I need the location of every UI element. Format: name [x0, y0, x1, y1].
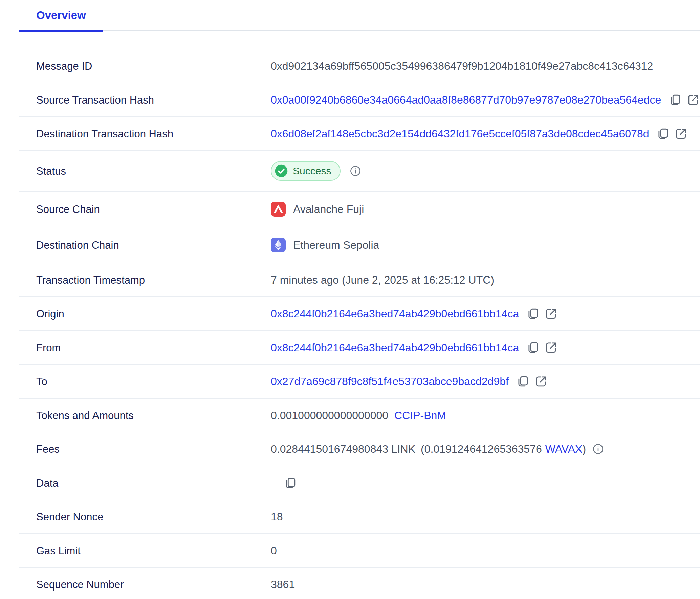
copy-icon[interactable]	[284, 476, 297, 489]
fee-amount-link: 0.028441501674980843 LINK	[271, 443, 415, 456]
info-icon[interactable]	[592, 443, 604, 455]
transaction-timestamp-value: 7 minutes ago (June 2, 2025 at 16:25:12 …	[271, 273, 700, 286]
row-label: Sequence Number	[19, 578, 271, 591]
sender-nonce-value: 18	[271, 510, 700, 523]
row-gas-limit: Gas Limit 0	[19, 534, 700, 568]
row-label: Source Chain	[19, 203, 271, 216]
avalanche-icon	[271, 202, 286, 217]
external-link-icon[interactable]	[545, 307, 557, 320]
row-status: Status Success	[19, 151, 700, 192]
row-from: From 0x8c244f0b2164e6a3bed74ab429b0ebd66…	[19, 331, 700, 365]
copy-icon[interactable]	[656, 127, 669, 140]
copy-icon[interactable]	[669, 93, 681, 106]
row-label: Destination Chain	[19, 239, 271, 251]
row-tokens-and-amounts: Tokens and Amounts 0.001000000000000000 …	[19, 399, 700, 432]
row-label: Origin	[19, 308, 271, 320]
row-origin: Origin 0x8c244f0b2164e6a3bed74ab429b0ebd…	[19, 297, 700, 331]
row-fees: Fees 0.028441501674980843 LINK (0.019124…	[19, 432, 700, 466]
tab-bar: Overview	[19, 0, 700, 31]
copy-icon[interactable]	[516, 375, 529, 388]
row-label: Transaction Timestamp	[19, 274, 271, 286]
row-label: Gas Limit	[19, 545, 271, 557]
source-chain-name: Avalanche Fuji	[293, 203, 364, 216]
row-source-chain: Source Chain Avalanche Fuji	[19, 192, 700, 227]
row-data: Data	[19, 466, 700, 500]
external-link-icon[interactable]	[675, 127, 687, 140]
origin-address-link[interactable]: 0x8c244f0b2164e6a3bed74ab429b0ebd661bb14…	[271, 307, 519, 320]
row-label: Data	[19, 477, 271, 489]
tab-overview[interactable]: Overview	[19, 9, 103, 32]
external-link-icon[interactable]	[687, 93, 700, 106]
row-label: Source Transaction Hash	[19, 94, 271, 106]
ethereum-icon	[271, 238, 286, 252]
destination-tx-hash-link[interactable]: 0x6d08ef2af148e5cbc3d2e154dd6432fd176e5c…	[271, 127, 649, 140]
row-sender-nonce: Sender Nonce 18	[19, 500, 700, 534]
destination-chain-name: Ethereum Sepolia	[293, 239, 379, 251]
row-label: To	[19, 375, 271, 388]
row-label: Message ID	[19, 60, 271, 72]
source-tx-hash-link[interactable]: 0x0a00f9240b6860e34a0664ad0aa8f8e86877d7…	[271, 93, 661, 106]
token-amount: 0.001000000000000000	[271, 409, 388, 422]
row-label: Destination Transaction Hash	[19, 128, 271, 140]
copy-icon[interactable]	[526, 341, 539, 354]
copy-icon[interactable]	[526, 307, 539, 320]
status-text: Success	[293, 164, 331, 178]
row-sequence-number: Sequence Number 3861	[19, 568, 700, 599]
to-address-link[interactable]: 0x27d7a69c878f9c8f51f4e53703abce9bacd2d9…	[271, 375, 509, 388]
overview-detail-table: Message ID 0xd902134a69bff565005c3549963…	[19, 49, 700, 599]
fee-token-link[interactable]: WAVAX	[545, 443, 583, 456]
check-circle-icon	[275, 164, 288, 178]
row-to: To 0x27d7a69c878f9c8f51f4e53703abce9bacd…	[19, 365, 700, 399]
external-link-icon[interactable]	[545, 341, 557, 354]
status-badge: Success	[271, 161, 341, 181]
fee-converted-close: )	[582, 443, 586, 456]
fee-converted-amount: (0.019124641265363576	[421, 443, 542, 456]
row-transaction-timestamp: Transaction Timestamp 7 minutes ago (Jun…	[19, 263, 700, 297]
row-label: From	[19, 341, 271, 354]
row-label: Status	[19, 165, 271, 177]
transaction-details-page: Overview Message ID 0xd902134a69bff56500…	[0, 0, 700, 599]
gas-limit-value: 0	[271, 544, 700, 557]
row-label: Tokens and Amounts	[19, 409, 271, 422]
row-destination-chain: Destination Chain Ethereum Sepolia	[19, 227, 700, 263]
external-link-icon[interactable]	[534, 375, 547, 388]
message-id-value: 0xd902134a69bff565005c354996386479f9b120…	[271, 60, 700, 72]
row-source-tx-hash: Source Transaction Hash 0x0a00f9240b6860…	[19, 83, 700, 117]
row-message-id: Message ID 0xd902134a69bff565005c3549963…	[19, 49, 700, 83]
info-icon[interactable]	[349, 165, 362, 177]
row-destination-tx-hash: Destination Transaction Hash 0x6d08ef2af…	[19, 117, 700, 151]
row-label: Fees	[19, 443, 271, 456]
from-address-link[interactable]: 0x8c244f0b2164e6a3bed74ab429b0ebd661bb14…	[271, 341, 519, 354]
token-symbol-link[interactable]: CCIP-BnM	[394, 409, 446, 422]
row-label: Sender Nonce	[19, 511, 271, 523]
sequence-number-value: 3861	[271, 578, 700, 591]
